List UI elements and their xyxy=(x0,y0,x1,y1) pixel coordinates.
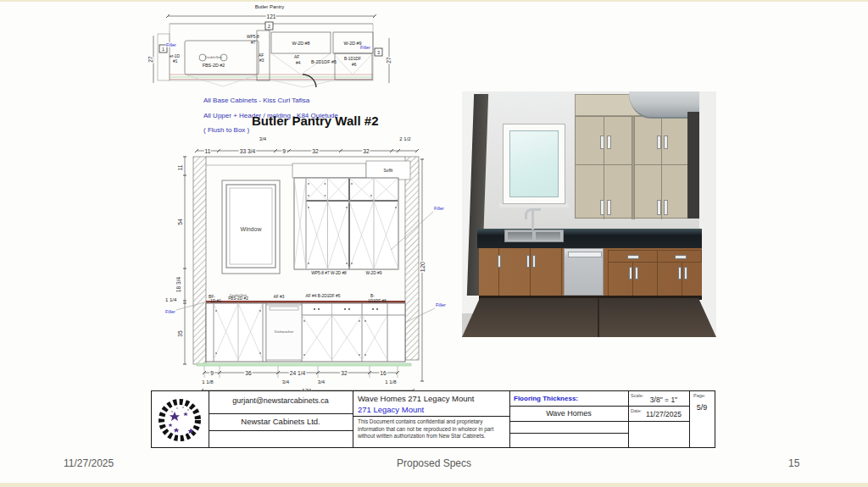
footer-title: Proposed Specs xyxy=(0,457,868,469)
base-fbs-label: FBS-2D #2 xyxy=(228,296,248,301)
elevation-top-dims: 3/4 2 1/2 11 33 3/4 9 32 32 xyxy=(195,136,419,154)
elevation-base-cabinets: Dishwasher BF- 1D #1 DoubleSink FBS-2D #… xyxy=(197,293,411,366)
upper-handle-6 xyxy=(607,200,611,215)
tb-line-date xyxy=(628,421,689,422)
tb-project-link[interactable]: 271 Legacy Mount xyxy=(358,405,509,414)
tb-page-value: 5/9 xyxy=(689,403,715,412)
base-drawer-band xyxy=(608,250,702,263)
dim-counter: 1 1/4 xyxy=(165,297,177,302)
base-stile-5 xyxy=(682,263,682,296)
dim-bottom-3: 32 xyxy=(341,370,348,376)
dim-bottom-0: 9 xyxy=(210,370,214,376)
tb-divider-3 xyxy=(509,391,510,447)
tb-divider-2 xyxy=(353,391,353,447)
dim-bsub-0: 1 1/8 xyxy=(202,379,214,385)
dim-top-filler: 3/4 xyxy=(259,136,267,141)
render-floor xyxy=(462,298,716,337)
slide-top-border xyxy=(0,0,868,2)
plan-af3-label: AF xyxy=(259,53,264,58)
dim-top-0: 11 xyxy=(205,148,211,154)
newstar-logo xyxy=(153,393,206,445)
plan-wp7-num: #7 xyxy=(251,41,256,45)
base-stile-1 xyxy=(530,248,531,296)
render-faucet-spout xyxy=(525,208,541,219)
render-right-shadow xyxy=(687,112,699,219)
elevation-filler-left-label: Filler xyxy=(165,309,175,314)
render-upper-cabinets xyxy=(575,116,689,219)
plan-cab2-label: FBS-2D #2 xyxy=(203,63,225,68)
dim-base-height: 35 xyxy=(177,330,183,337)
dim-top-3: 32 xyxy=(312,148,319,154)
tb-project: Wave Homes 271 Legacy Mount xyxy=(358,394,509,403)
upper-handle-4 xyxy=(664,136,668,149)
drawer-handle-1 xyxy=(627,255,639,259)
render-right-wall xyxy=(699,91,716,337)
base-af4-b5-label: AF #4 B-2D1DF #5 xyxy=(306,294,341,298)
tb-email: gurjant@newstarcabinets.ca xyxy=(209,396,353,405)
base-b6-num: 1D1DF #6 xyxy=(368,299,387,303)
plan-af4-label: AF xyxy=(294,55,299,59)
base-door-1 xyxy=(479,248,499,296)
base-stile-4 xyxy=(657,263,658,296)
soffit-label: Soffit xyxy=(384,169,394,173)
plan-overall-dim: 121 xyxy=(266,14,275,19)
tb-line-flooring xyxy=(509,406,628,407)
base-handle-2 xyxy=(526,255,530,268)
slide-canvas: Butler Pantry 121 27 27 xyxy=(0,0,868,487)
upper-handle-8 xyxy=(664,200,668,215)
plan-depth-left: 27 xyxy=(148,56,153,63)
plan-filler-left-label: Filler xyxy=(166,42,176,47)
tb-line-client xyxy=(509,421,628,422)
base-stile-2 xyxy=(561,248,562,296)
plan-wp7-label: WP5-8 xyxy=(247,35,259,39)
tb-line-project xyxy=(353,416,509,417)
dim-top-2: 9 xyxy=(282,148,286,154)
floor-seam xyxy=(598,298,599,337)
dim-bottom-4: 16 xyxy=(380,370,387,376)
plan-w9-label: W-2D #9 xyxy=(343,41,361,46)
dim-bottom-1: 36 xyxy=(245,370,252,376)
upper-handle-3 xyxy=(657,136,661,149)
upper-handle-2 xyxy=(607,136,611,149)
render-base-cabinets xyxy=(479,248,702,300)
base-door-run xyxy=(608,263,702,296)
plan-sink-label: DoubleSink xyxy=(205,55,222,59)
upper-handle-1 xyxy=(600,136,604,149)
plan-b6-num: #6 xyxy=(352,63,357,67)
dim-top-1: 33 3/4 xyxy=(240,148,256,154)
base-handle-5 xyxy=(635,267,638,279)
dim-bsub-2: 3/4 xyxy=(318,379,326,385)
footer-page-number: 15 xyxy=(788,457,799,469)
render-window-glass xyxy=(509,130,559,197)
tb-line-scale xyxy=(628,406,689,407)
title-block: gurjant@newstarcabinets.ca Newstar Cabin… xyxy=(151,390,715,448)
base-b6-label: B- xyxy=(370,294,375,298)
base-bf-num: 1D #1 xyxy=(210,299,221,303)
tb-date-value: 11/27/2025 xyxy=(640,410,687,418)
render-dishwasher xyxy=(564,248,604,296)
plan-af4-num: #4 xyxy=(296,61,301,65)
plan-marker-3: 3 xyxy=(377,50,380,55)
plan-w8-label: W-2D #8 xyxy=(292,41,309,46)
upper-handle-7 xyxy=(657,200,661,215)
filler-right-top-label: Filler xyxy=(434,206,444,211)
base-handle-6 xyxy=(678,267,682,279)
dim-wall-height: 120 xyxy=(419,262,426,272)
window-label: Window xyxy=(241,226,263,232)
plan-filler-right-label: Filler xyxy=(360,45,370,50)
elevation-title: Butler Pantry Wall #2 xyxy=(252,113,379,128)
tb-divider-4 xyxy=(628,391,629,447)
dim-top-right: 2 1/2 xyxy=(399,136,411,141)
plan-af3-num: #3 xyxy=(259,58,264,63)
dim-left-1: 54 xyxy=(177,219,183,225)
base-handle-7 xyxy=(684,267,687,279)
tb-disclaimer: This Document contains confidential and … xyxy=(358,418,506,440)
dim-bottom-2: 24 1/4 xyxy=(290,370,306,376)
elevation-soffit: Soffit xyxy=(292,161,410,180)
elevation-upper-cabinets: WP5-8 #7 W-2D #8 W-2D #9 xyxy=(294,178,398,275)
tb-page-label: Page: xyxy=(693,393,705,398)
tb-client: Wave Homes xyxy=(509,409,628,418)
render-sink xyxy=(504,230,564,242)
plan-markers: 1 2 3 xyxy=(159,22,382,56)
upper-label-right: W-2D #9 xyxy=(366,271,382,275)
